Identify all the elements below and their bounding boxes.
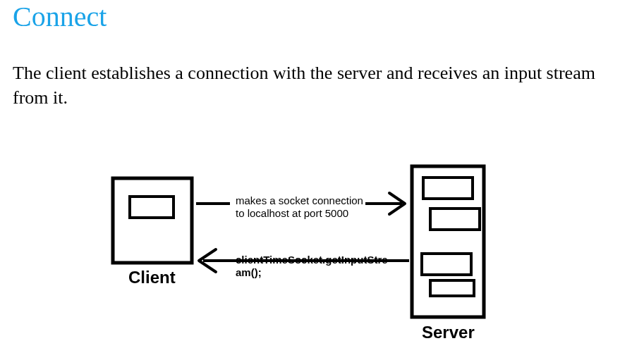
server-slot-1 bbox=[423, 178, 473, 199]
arrow-to-server-label-line2: to localhost at port 5000 bbox=[236, 207, 348, 219]
server-label: Server bbox=[422, 323, 475, 342]
server-slot-3 bbox=[422, 254, 471, 275]
arrow-to-server-label: makes a socket connection to localhost a… bbox=[236, 194, 370, 220]
description-text: The client establishes a connection with… bbox=[13, 61, 626, 110]
arrow-to-client-label-line2: am(); bbox=[236, 266, 262, 278]
arrow-to-client-label: clientTimeSocket.getInputStre am(); bbox=[236, 254, 391, 279]
client-box bbox=[113, 178, 192, 263]
server-slot-4 bbox=[430, 280, 474, 296]
client-label: Client bbox=[128, 268, 176, 287]
arrow-to-client-label-line1: clientTimeSocket.getInputStre bbox=[236, 254, 388, 266]
arrow-to-server-label-line1: makes a socket connection bbox=[236, 194, 363, 206]
server-slot-2 bbox=[430, 209, 480, 230]
connect-diagram bbox=[0, 0, 644, 360]
client-inner-box bbox=[130, 197, 174, 218]
server-box bbox=[412, 166, 484, 317]
page-title: Connect bbox=[13, 0, 107, 33]
